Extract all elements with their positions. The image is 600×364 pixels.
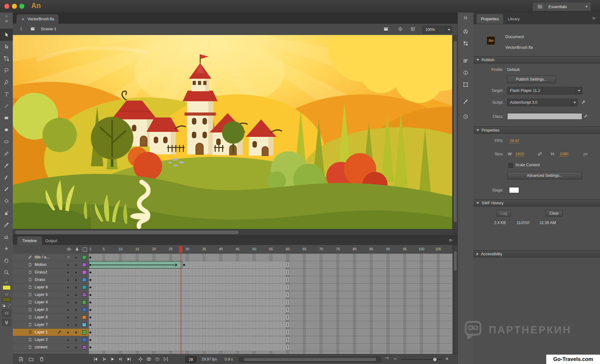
layer-visibility-dot[interactable] (67, 339, 69, 341)
layer-lock-icon[interactable] (74, 345, 78, 349)
stage-horizontal-scrollbar[interactable] (13, 229, 452, 235)
layer-lock-icon[interactable] (74, 300, 78, 304)
tool-bone[interactable] (0, 183, 13, 195)
frame-span[interactable] (89, 336, 286, 343)
workspace-switcher[interactable]: Essentials (545, 2, 591, 11)
onion-skin-outlines-button[interactable] (155, 357, 160, 362)
tool-free-transform[interactable] (0, 52, 13, 64)
tool-paint-brush[interactable] (0, 171, 13, 183)
zoom-window-button[interactable] (19, 4, 24, 9)
collapse-tools-icon[interactable] (0, 14, 13, 18)
dock-history-icon[interactable] (458, 114, 473, 119)
layer-outline-color[interactable] (82, 293, 86, 297)
timeline-vertical-scrollbar[interactable] (452, 245, 458, 354)
layer-visibility-dot[interactable] (67, 332, 69, 333)
layer-visibility-dot[interactable] (67, 294, 69, 296)
tool-ink-bottle[interactable] (0, 207, 13, 219)
layer-visibility-dot[interactable] (67, 347, 69, 348)
tool-line[interactable] (0, 100, 13, 112)
tool-oval[interactable] (0, 124, 13, 136)
stage-grid-button[interactable] (410, 27, 415, 32)
tool-pencil[interactable] (0, 147, 13, 159)
tool-rectangle-primitive[interactable] (0, 136, 13, 147)
dock-swatches-icon[interactable] (458, 41, 473, 46)
layer-row-title-a-[interactable]: title / a... (13, 254, 88, 261)
layer-lock-dot[interactable] (75, 257, 77, 258)
keyframe[interactable] (89, 257, 91, 258)
layer-lock-dot[interactable] (75, 279, 77, 281)
swap-colors-icon[interactable] (7, 304, 11, 307)
layer-row-content[interactable]: content (13, 344, 88, 351)
go-to-first-frame-button[interactable] (93, 357, 98, 362)
tool-selection[interactable] (0, 29, 13, 41)
default-colors-icon[interactable] (2, 304, 6, 307)
layer-visibility-dot[interactable] (67, 287, 69, 288)
layer-row-grass[interactable]: Grass (13, 276, 88, 284)
layer-lock-dot[interactable] (75, 264, 77, 266)
keyframe[interactable] (183, 264, 185, 266)
layer-outline-color[interactable] (82, 323, 86, 327)
tool-brush[interactable] (0, 159, 13, 171)
fill-color-swatch[interactable] (2, 297, 11, 302)
tool-paint-bucket[interactable] (0, 195, 13, 207)
tool-width[interactable] (0, 242, 13, 254)
zoom-dropdown-arrow[interactable] (446, 26, 452, 33)
advanced-settings-button[interactable]: Advanced Settings... (507, 172, 582, 179)
motion-tween-span[interactable] (89, 261, 182, 268)
layer-outline-color[interactable] (82, 308, 86, 312)
target-dropdown[interactable]: Flash Player 11.2 (507, 87, 582, 94)
timeline-horizontal-scrollbar[interactable] (239, 357, 381, 362)
layer-row-layer-3[interactable]: Layer 3 (13, 306, 88, 314)
frame-span[interactable] (89, 284, 286, 291)
scrollbar-thumb[interactable] (453, 41, 457, 222)
dock-collapse-panels-icon[interactable] (458, 15, 473, 21)
stroke-color-swatch[interactable] (2, 285, 11, 290)
frame-span[interactable] (89, 321, 286, 328)
frame-span[interactable] (89, 314, 286, 321)
layer-visibility-dot[interactable] (67, 302, 69, 303)
dock-align-icon[interactable] (458, 58, 473, 64)
publish-section-header[interactable]: Publish (473, 56, 600, 63)
scrollbar-thumb[interactable] (243, 357, 377, 362)
properties-section-header[interactable]: Properties (473, 127, 600, 134)
timeline-panel-menu-icon[interactable] (449, 238, 453, 242)
frame-rate-label[interactable]: 29.97 fps (202, 357, 217, 362)
dock-color-icon[interactable] (458, 29, 473, 34)
layer-row-layer-2[interactable]: Layer 2 (13, 336, 88, 344)
layer-visibility-dot[interactable] (67, 264, 69, 266)
tool-pen[interactable] (0, 76, 13, 88)
layer-row-motion[interactable]: Motion (13, 261, 88, 269)
document-tab[interactable]: VectorBrush.fla (17, 14, 58, 24)
script-dropdown[interactable]: ActionScript 3.0 (507, 99, 578, 106)
new-folder-button[interactable] (28, 357, 34, 362)
script-settings-wrench-icon[interactable] (581, 100, 586, 105)
back-arrow-icon[interactable] (19, 27, 24, 31)
accessibility-section-header[interactable]: Accessibility (473, 250, 600, 257)
timeline-ruler[interactable]: 1510152025303540455055606570758085909510… (88, 245, 453, 254)
tool-eyedropper[interactable] (0, 219, 13, 231)
layer-row-layer-6[interactable]: Layer 6 (13, 284, 88, 291)
class-input[interactable] (507, 113, 582, 120)
layer-lock-icon[interactable] (74, 285, 78, 289)
timeline-frames[interactable] (88, 254, 453, 354)
go-to-last-frame-button[interactable] (127, 357, 132, 362)
loop-playback-button[interactable] (385, 357, 389, 361)
layer-lock-icon[interactable] (74, 338, 78, 342)
stage-vertical-scrollbar[interactable] (452, 35, 458, 229)
layer-outline-color[interactable] (82, 278, 86, 282)
layer-outline-color[interactable] (82, 315, 86, 319)
layer-outline-color[interactable] (82, 285, 86, 289)
layer-row-layer-8[interactable]: Layer 8 (13, 314, 88, 321)
step-forward-button[interactable] (118, 357, 123, 362)
layer-lock-dot[interactable] (75, 272, 77, 273)
publish-settings-button[interactable]: Publish Settings... (507, 76, 556, 83)
tool-eraser[interactable] (0, 231, 13, 242)
layer-row-layer-1[interactable]: Layer 1 (13, 329, 88, 336)
scene-breadcrumb[interactable]: Scene 1 (41, 27, 57, 31)
tab-close-icon[interactable] (21, 17, 25, 21)
tab-library[interactable]: Library (503, 14, 524, 24)
layer-lock-icon[interactable] (74, 308, 78, 312)
edit-multiple-frames-button[interactable] (163, 357, 168, 362)
lock-all-layers-icon[interactable] (75, 247, 79, 252)
scrollbar-thumb[interactable] (15, 230, 239, 235)
